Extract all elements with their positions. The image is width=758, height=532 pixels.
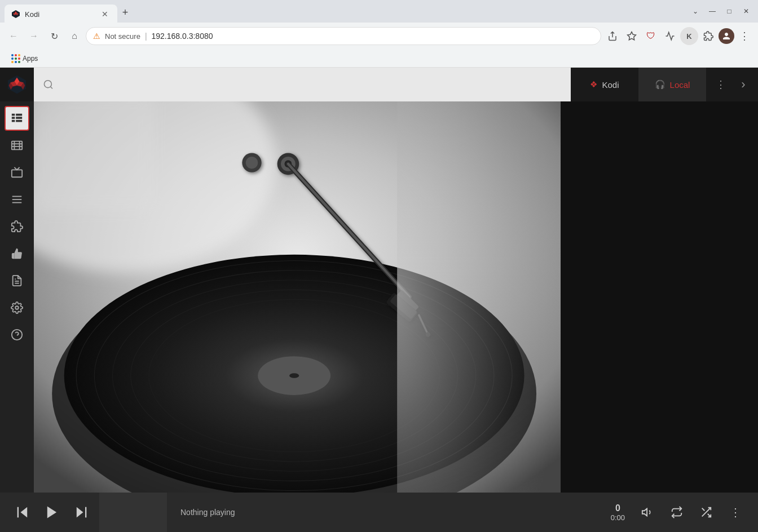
svg-rect-18 [16, 120, 22, 122]
kodi-right-panel [561, 101, 758, 493]
minimize-button[interactable]: — [705, 4, 720, 19]
svg-marker-61 [77, 507, 83, 518]
kodi-tab-kodi[interactable]: ❖ Kodi [571, 68, 638, 101]
volume-button[interactable] [634, 499, 661, 526]
help-icon [11, 329, 23, 341]
kodi-tab-kodi-label: Kodi [602, 80, 619, 90]
favourites-icon [11, 247, 23, 260]
extensions-button[interactable] [699, 27, 717, 45]
tv-icon [11, 166, 23, 179]
forward-button[interactable]: → [25, 27, 43, 45]
kodi-tabs: ❖ Kodi 🎧 Local ⋮ › [571, 68, 758, 101]
separator: | [145, 32, 147, 41]
kodi-sidebar [0, 101, 34, 493]
player-menu-button[interactable]: ⋮ [722, 499, 749, 526]
search-icon [43, 79, 54, 90]
kodi-logo-icon [7, 74, 27, 95]
fast-forward-icon [73, 504, 89, 520]
player-right-controls: ⋮ [634, 499, 749, 526]
svg-marker-58 [21, 507, 28, 518]
back-button[interactable]: ← [5, 27, 23, 45]
sidebar-item-addons[interactable] [5, 214, 29, 239]
player-controls [9, 499, 95, 526]
svg-marker-63 [642, 509, 647, 516]
svg-line-66 [702, 508, 705, 511]
new-tab-button[interactable]: + [117, 5, 133, 20]
kodi-forward-button[interactable]: › [733, 74, 753, 95]
tab-close-button[interactable]: ✕ [99, 8, 111, 20]
movies-icon [11, 139, 23, 152]
maximize-button[interactable]: □ [722, 4, 737, 19]
kodi-player: Nothing playing 0 0:00 [0, 493, 758, 532]
graph-button[interactable] [661, 27, 679, 45]
tab-title: Kodi [25, 10, 39, 19]
settings-icon [11, 302, 23, 314]
turntable-image [34, 101, 561, 493]
now-playing: Nothing playing [171, 508, 606, 517]
rewind-button[interactable] [9, 499, 36, 526]
svg-marker-60 [47, 507, 56, 518]
kodi-search-area[interactable] [34, 68, 571, 101]
svg-rect-57 [34, 101, 155, 212]
kodi-more-button[interactable]: ⋮ [711, 74, 731, 95]
bookmarks-bar: Apps [0, 50, 758, 68]
svg-rect-19 [12, 141, 22, 150]
apps-bookmark[interactable]: Apps [7, 52, 42, 65]
svg-point-43 [289, 373, 299, 378]
home-button[interactable]: ⌂ [65, 27, 83, 45]
time-label: 0:00 [611, 513, 625, 522]
protocol-label: Not secure [105, 32, 140, 41]
tab-bar: Kodi ✕ + [5, 0, 133, 23]
apps-label: Apps [23, 55, 38, 63]
svg-line-12 [50, 87, 52, 89]
svg-point-11 [44, 81, 51, 88]
kodi-main [0, 101, 758, 493]
kodi-logo-area[interactable] [0, 68, 34, 101]
profile-button[interactable] [719, 28, 734, 44]
sidebar-item-settings[interactable] [5, 295, 29, 320]
chrome-menu-button[interactable]: ⋮ [735, 27, 753, 45]
time-display: 0 0:00 [611, 503, 625, 522]
k-extension-button[interactable]: K [680, 27, 698, 45]
apps-grid-icon [11, 54, 20, 63]
kodi-content [34, 101, 561, 493]
sidebar-item-tv[interactable] [5, 160, 29, 185]
kodi-tab-actions: ⋮ › [706, 68, 758, 101]
share-button[interactable] [603, 27, 622, 45]
sidebar-item-movies[interactable] [5, 133, 29, 158]
sidebar-item-music[interactable] [5, 106, 29, 131]
shield-button[interactable]: 🛡 [642, 27, 660, 45]
kodi-tab-local-label: Local [670, 80, 690, 90]
shuffle-button[interactable] [693, 499, 720, 526]
active-tab[interactable]: Kodi ✕ [5, 5, 117, 24]
search-input[interactable] [58, 79, 562, 90]
repeat-icon [671, 506, 683, 518]
progress-area[interactable] [99, 493, 167, 532]
fast-forward-button[interactable] [68, 499, 95, 526]
sidebar-item-playlist[interactable] [5, 187, 29, 212]
play-button[interactable] [38, 499, 65, 526]
sidebar-item-queue[interactable] [5, 268, 29, 293]
kodi-app: ❖ Kodi 🎧 Local ⋮ › [0, 68, 758, 532]
reload-button[interactable]: ↻ [45, 27, 63, 45]
close-button[interactable]: ✕ [739, 4, 753, 19]
svg-rect-13 [12, 114, 15, 116]
window-controls: ⌄ — □ ✕ [688, 4, 753, 19]
tab-favicon [11, 10, 20, 19]
kodi-topbar: ❖ Kodi 🎧 Local ⋮ › [0, 68, 758, 101]
toolbar-right: 🛡 K ⋮ [603, 27, 753, 45]
svg-rect-14 [16, 114, 22, 116]
tab-list-button[interactable]: ⌄ [688, 4, 703, 19]
kodi-tab-local-icon: 🎧 [655, 79, 666, 90]
repeat-button[interactable] [663, 499, 690, 526]
sidebar-item-help[interactable] [5, 322, 29, 347]
svg-marker-4 [628, 32, 636, 40]
svg-rect-17 [12, 120, 15, 122]
address-bar[interactable]: ⚠ Not secure | 192.168.0.3:8080 [86, 27, 601, 45]
time-count: 0 [615, 503, 620, 513]
kodi-tab-local[interactable]: 🎧 Local [638, 68, 706, 101]
sidebar-item-favourites[interactable] [5, 241, 29, 266]
bookmark-button[interactable] [623, 27, 641, 45]
browser-titlebar: Kodi ✕ + ⌄ — □ ✕ [0, 0, 758, 23]
queue-icon [11, 274, 23, 287]
